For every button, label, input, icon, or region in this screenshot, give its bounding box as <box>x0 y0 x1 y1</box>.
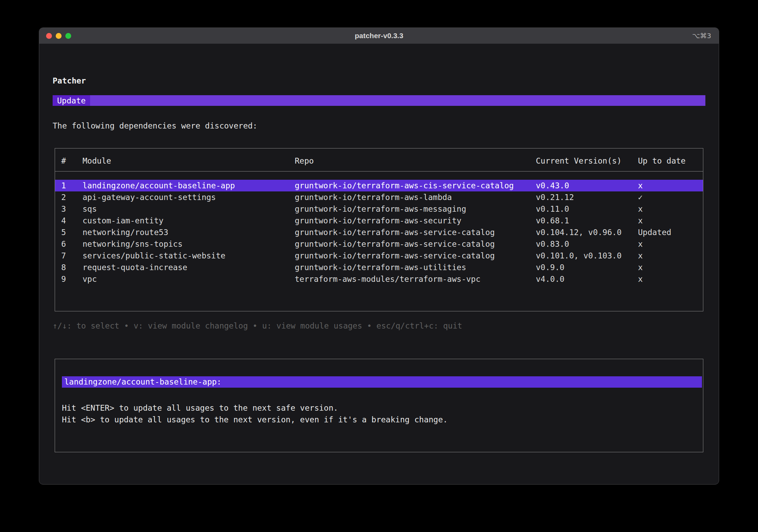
selected-module-title: landingzone/account-baseline-app: <box>62 376 702 388</box>
minimize-button[interactable] <box>56 33 62 39</box>
detail-line-breaking: Hit <b> to update all usages to the next… <box>62 414 703 425</box>
window-shortcut-badge: ⌥⌘3 <box>692 32 711 40</box>
table-header-row: # Module Repo Current Version(s) Up to d… <box>55 148 703 171</box>
row-module: services/public-static-website <box>83 250 295 262</box>
row-module: vpc <box>83 273 295 285</box>
row-version: v0.43.0 <box>536 180 638 191</box>
row-status: x <box>638 180 703 191</box>
zoom-button[interactable] <box>65 33 71 39</box>
row-module: custom-iam-entity <box>83 215 295 226</box>
row-number: 7 <box>61 250 83 262</box>
row-module: networking/sns-topics <box>83 238 295 250</box>
dependency-table-body: 1 landingzone/account-baseline-app grunt… <box>55 171 703 285</box>
row-status: x <box>638 262 703 273</box>
traffic-lights <box>46 33 71 39</box>
row-status: Updated <box>638 226 703 238</box>
row-version: v0.68.1 <box>536 215 638 226</box>
table-row[interactable]: 6 networking/sns-topics gruntwork-io/ter… <box>55 238 703 250</box>
table-row[interactable]: 8 request-quota-increase gruntwork-io/te… <box>55 262 703 273</box>
table-row[interactable]: 1 landingzone/account-baseline-app grunt… <box>55 180 703 191</box>
row-number: 1 <box>61 180 83 191</box>
row-status: x <box>638 238 703 250</box>
row-status: x <box>638 250 703 262</box>
row-number: 3 <box>61 203 83 215</box>
row-version: v0.11.0 <box>536 203 638 215</box>
col-header-repo: Repo <box>295 156 536 166</box>
row-number: 2 <box>61 191 83 203</box>
row-module: landingzone/account-baseline-app <box>83 180 295 191</box>
row-repo: gruntwork-io/terraform-aws-messaging <box>295 203 536 215</box>
terminal-content: Patcher Update The following dependencie… <box>39 44 719 452</box>
table-row[interactable]: 3 sqs gruntwork-io/terraform-aws-messagi… <box>55 203 703 215</box>
close-button[interactable] <box>46 33 52 39</box>
row-repo: gruntwork-io/terraform-aws-service-catal… <box>295 250 536 262</box>
window-titlebar: patcher-v0.3.3 ⌥⌘3 <box>39 28 719 44</box>
row-version: v0.9.0 <box>536 262 638 273</box>
row-module: sqs <box>83 203 295 215</box>
row-number: 6 <box>61 238 83 250</box>
row-module: request-quota-increase <box>83 262 295 273</box>
window-title: patcher-v0.3.3 <box>39 32 719 40</box>
dependency-table: # Module Repo Current Version(s) Up to d… <box>55 148 703 311</box>
row-status: x <box>638 215 703 226</box>
table-row[interactable]: 9 vpc terraform-aws-modules/terraform-aw… <box>55 273 703 285</box>
table-row[interactable]: 2 api-gateway-account-settings gruntwork… <box>55 191 703 203</box>
table-row[interactable]: 4 custom-iam-entity gruntwork-io/terrafo… <box>55 215 703 226</box>
terminal-window: patcher-v0.3.3 ⌥⌘3 Patcher Update The fo… <box>39 27 719 485</box>
col-header-module: Module <box>83 156 295 166</box>
update-tab-bar: Update <box>53 95 705 106</box>
col-header-status: Up to date <box>638 156 703 166</box>
detail-instructions: Hit <ENTER> to update all usages to the … <box>62 402 703 425</box>
row-repo: gruntwork-io/terraform-aws-cis-service-c… <box>295 180 536 191</box>
intro-text: The following dependencies were discover… <box>53 121 705 131</box>
help-bar: ↑/↓: to select • v: view module changelo… <box>53 321 705 331</box>
row-version: v4.0.0 <box>536 273 638 285</box>
row-number: 8 <box>61 262 83 273</box>
row-status: x <box>638 203 703 215</box>
app-heading: Patcher <box>53 77 705 85</box>
row-repo: terraform-aws-modules/terraform-aws-vpc <box>295 273 536 285</box>
row-repo: gruntwork-io/terraform-aws-service-catal… <box>295 226 536 238</box>
tab-update[interactable]: Update <box>53 95 90 106</box>
row-status: x <box>638 273 703 285</box>
table-row[interactable]: 5 networking/route53 gruntwork-io/terraf… <box>55 226 703 238</box>
table-row[interactable]: 7 services/public-static-website gruntwo… <box>55 250 703 262</box>
row-repo: gruntwork-io/terraform-aws-service-catal… <box>295 238 536 250</box>
detail-line-enter: Hit <ENTER> to update all usages to the … <box>62 402 703 414</box>
row-number: 5 <box>61 226 83 238</box>
row-number: 9 <box>61 273 83 285</box>
col-header-num: # <box>61 156 83 166</box>
row-version: v0.101.0, v0.103.0 <box>536 250 638 262</box>
row-repo: gruntwork-io/terraform-aws-security <box>295 215 536 226</box>
row-version: v0.21.12 <box>536 191 638 203</box>
row-version: v0.83.0 <box>536 238 638 250</box>
row-version: v0.104.12, v0.96.0 <box>536 226 638 238</box>
row-repo: gruntwork-io/terraform-aws-lambda <box>295 191 536 203</box>
row-status: ✓ <box>638 191 703 203</box>
col-header-version: Current Version(s) <box>536 156 638 166</box>
detail-panel: landingzone/account-baseline-app: Hit <E… <box>55 359 703 452</box>
row-repo: gruntwork-io/terraform-aws-utilities <box>295 262 536 273</box>
row-number: 4 <box>61 215 83 226</box>
row-module: networking/route53 <box>83 226 295 238</box>
row-module: api-gateway-account-settings <box>83 191 295 203</box>
